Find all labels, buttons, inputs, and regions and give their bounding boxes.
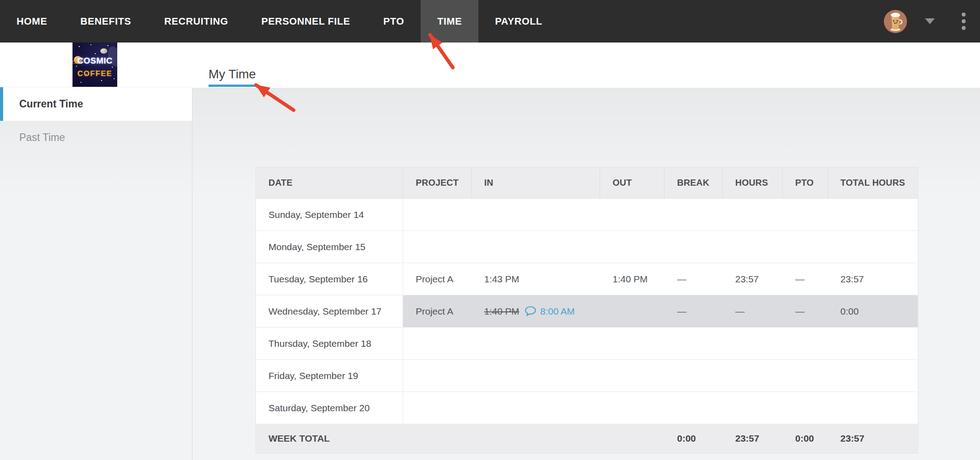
nav-item-pto[interactable]: PTO bbox=[367, 0, 421, 43]
column-header-date: DATE bbox=[256, 167, 403, 198]
project-cell: Project A bbox=[403, 295, 472, 327]
date-cell: Saturday, September 20 bbox=[256, 392, 403, 424]
table-row: Friday, September 19 bbox=[256, 360, 918, 392]
table-row: Sunday, September 14 bbox=[256, 199, 918, 231]
nav-item-recruiting[interactable]: RECRUITING bbox=[148, 0, 245, 43]
sidebar: Current Time Past Time bbox=[0, 87, 192, 154]
kebab-menu-icon[interactable] bbox=[959, 10, 968, 33]
total-cell: 23:57 bbox=[828, 263, 918, 295]
date-cell: Wednesday, September 17 bbox=[256, 295, 403, 327]
table-row: Tuesday, September 16 Project A 1:43 PM … bbox=[256, 263, 918, 295]
pto-cell: — bbox=[783, 263, 828, 295]
break-cell: — bbox=[665, 295, 723, 327]
column-header-project: PROJECT bbox=[403, 167, 472, 198]
week-total-hours: 23:57 bbox=[723, 424, 783, 453]
nav-item-personnel-file[interactable]: PERSONNEL FILE bbox=[245, 0, 367, 43]
nav-item-payroll[interactable]: PAYROLL bbox=[478, 0, 559, 43]
logo-cosmic-text: COSMIC bbox=[72, 56, 117, 66]
empty-cell bbox=[403, 392, 918, 424]
date-cell: Tuesday, September 16 bbox=[256, 263, 403, 295]
empty-cell bbox=[403, 231, 918, 263]
project-cell: Project A bbox=[403, 263, 472, 295]
column-header-out: OUT bbox=[600, 167, 665, 198]
top-navigation: HOME BENEFITS RECRUITING PERSONNEL FILE … bbox=[0, 0, 980, 43]
tab-my-time[interactable]: My Time bbox=[209, 67, 256, 87]
week-total-label: WEEK TOTAL bbox=[256, 424, 403, 453]
total-cell: 0:00 bbox=[828, 295, 918, 327]
table-row: Thursday, September 18 bbox=[256, 328, 918, 360]
week-total-pto: 0:00 bbox=[783, 424, 828, 453]
break-cell: — bbox=[665, 263, 723, 295]
hours-cell: — bbox=[723, 295, 783, 327]
hours-cell: 23:57 bbox=[723, 263, 783, 295]
company-logo: COSMIC COFFEE bbox=[72, 43, 117, 87]
app-window: HOME BENEFITS RECRUITING PERSONNEL FILE … bbox=[0, 0, 980, 460]
week-total-row: WEEK TOTAL 0:00 23:57 0:00 23:57 bbox=[256, 424, 918, 453]
column-header-total-hours: TOTAL HOURS bbox=[828, 167, 918, 198]
header-band bbox=[0, 43, 980, 88]
empty-cell bbox=[403, 328, 918, 359]
in-cell: 1:43 PM bbox=[472, 263, 600, 295]
logo-coffee-text: COFFEE bbox=[72, 69, 117, 78]
star-field bbox=[72, 43, 73, 43]
latte-avatar-icon bbox=[884, 10, 907, 33]
in-cell: 1:40 PM 8:00 AM bbox=[472, 295, 600, 327]
column-header-break: BREAK bbox=[665, 167, 723, 198]
nav-item-time[interactable]: TIME bbox=[421, 0, 478, 43]
comment-icon[interactable] bbox=[525, 306, 536, 316]
column-header-in: IN bbox=[472, 167, 600, 198]
week-total-total: 23:57 bbox=[828, 424, 918, 453]
table-header-row: DATE PROJECT IN OUT BREAK HOURS PTO TOTA… bbox=[256, 167, 918, 199]
edited-time-link[interactable]: 8:00 AM bbox=[540, 306, 575, 317]
date-cell: Sunday, September 14 bbox=[256, 199, 403, 230]
nav-item-benefits[interactable]: BENEFITS bbox=[64, 0, 148, 43]
nav-item-home[interactable]: HOME bbox=[0, 0, 64, 43]
table-row: Saturday, September 20 bbox=[256, 392, 918, 424]
nav-user-area bbox=[884, 0, 980, 43]
sidebar-item-current-time[interactable]: Current Time bbox=[0, 87, 192, 121]
sidebar-item-past-time[interactable]: Past Time bbox=[0, 121, 192, 154]
user-avatar[interactable] bbox=[884, 10, 907, 33]
empty-cell bbox=[403, 360, 918, 392]
date-cell: Friday, September 19 bbox=[256, 360, 403, 392]
week-total-break: 0:00 bbox=[665, 424, 723, 453]
week-total-spacer bbox=[403, 424, 665, 453]
date-cell: Thursday, September 18 bbox=[256, 328, 403, 359]
sidebar-divider bbox=[192, 88, 192, 460]
date-cell: Monday, September 15 bbox=[256, 231, 403, 263]
out-cell bbox=[600, 295, 665, 327]
pto-cell: — bbox=[783, 295, 828, 327]
timesheet-table: DATE PROJECT IN OUT BREAK HOURS PTO TOTA… bbox=[256, 167, 918, 453]
table-row: Monday, September 15 bbox=[256, 231, 918, 263]
table-row-highlighted: Wednesday, September 17 Project A 1:40 P… bbox=[256, 295, 918, 328]
empty-cell bbox=[403, 199, 918, 230]
out-cell: 1:40 PM bbox=[600, 263, 665, 295]
caret-down-icon[interactable] bbox=[925, 18, 935, 24]
highlighted-region: Project A 1:40 PM 8:00 AM — — — 0:00 bbox=[403, 295, 918, 327]
column-header-pto: PTO bbox=[783, 167, 828, 198]
column-header-hours: HOURS bbox=[723, 167, 783, 198]
moon-icon bbox=[100, 48, 107, 54]
struck-time: 1:40 PM bbox=[484, 306, 519, 317]
